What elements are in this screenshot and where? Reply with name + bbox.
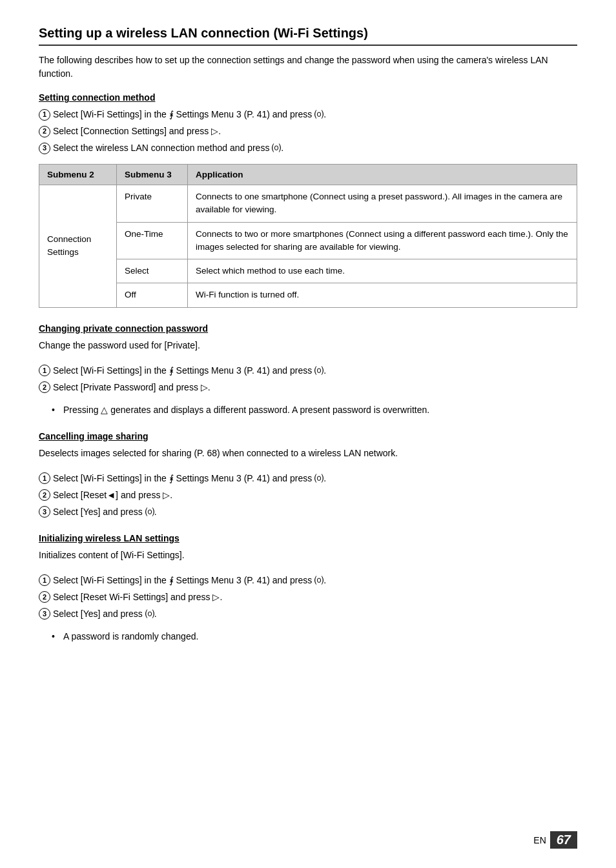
password-bullet: • Pressing △ generates and displays a di…	[52, 403, 577, 417]
cell-sub3-off: Off	[117, 283, 188, 307]
th-submenu2: Submenu 2	[39, 165, 117, 185]
password-intro: Change the password used for [Private].	[39, 339, 577, 352]
steps-sharing: 1 Select [Wi-Fi Settings] in the ⨘ Setti…	[39, 472, 577, 519]
th-application: Application	[188, 165, 577, 185]
step-sh-2: 2 Select [Reset◄] and press ▷.	[39, 489, 577, 502]
section-setting-connection: Setting connection method 1 Select [Wi-F…	[39, 92, 577, 308]
step-sh-1: 1 Select [Wi-Fi Settings] in the ⨘ Setti…	[39, 472, 577, 485]
step-num-in-2: 2	[39, 590, 53, 603]
step-text-in-2: Select [Reset Wi-Fi Settings] and press …	[53, 590, 577, 604]
step-in-3: 3 Select [Yes] and press ⒪.	[39, 607, 577, 621]
steps-password: 1 Select [Wi-Fi Settings] in the ⨘ Setti…	[39, 364, 577, 394]
step-text-1: Select [Wi-Fi Settings] in the ⨘ Setting…	[53, 108, 577, 121]
cell-sub3-private: Private	[117, 185, 188, 223]
page-title: Setting up a wireless LAN connection (Wi…	[39, 26, 577, 46]
steps-initializing: 1 Select [Wi-Fi Settings] in the ⨘ Setti…	[39, 574, 577, 621]
cell-sub3-select: Select	[117, 259, 188, 283]
step-text-in-3: Select [Yes] and press ⒪.	[53, 607, 577, 621]
footer-lang: EN	[533, 835, 546, 845]
sharing-intro: Deselects images selected for sharing (P…	[39, 447, 577, 460]
step-in-1: 1 Select [Wi-Fi Settings] in the ⨘ Setti…	[39, 574, 577, 587]
cell-app-onetime: Connects to two or more smartphones (Con…	[188, 222, 577, 259]
step-text-sh-3: Select [Yes] and press ⒪.	[53, 505, 577, 519]
step-text-3: Select the wireless LAN connection metho…	[53, 141, 577, 155]
step-pw-1: 1 Select [Wi-Fi Settings] in the ⨘ Setti…	[39, 364, 577, 378]
cell-sub2-connection: Connection Settings	[39, 185, 117, 308]
table-row-off: Off Wi-Fi function is turned off.	[39, 283, 577, 307]
step-sh-3: 3 Select [Yes] and press ⒪.	[39, 505, 577, 519]
bullet-text-pw: Pressing △ generates and displays a diff…	[63, 403, 429, 417]
cell-app-select: Select which method to use each time.	[188, 259, 577, 283]
section-heading-initializing: Initializing wireless LAN settings	[39, 533, 577, 543]
steps-connection: 1 Select [Wi-Fi Settings] in the ⨘ Setti…	[39, 108, 577, 155]
step-text-pw-2: Select [Private Password] and press ▷.	[53, 381, 577, 394]
step-in-2: 2 Select [Reset Wi-Fi Settings] and pres…	[39, 590, 577, 604]
connection-table: Submenu 2 Submenu 3 Application Connecti…	[39, 164, 577, 308]
bullet-dot-pw: •	[52, 403, 63, 417]
page-footer: EN 67	[533, 831, 577, 849]
section-initializing: Initializing wireless LAN settings Initi…	[39, 533, 577, 643]
step-num-pw-2: 2	[39, 381, 53, 394]
step-num-1: 1	[39, 108, 53, 121]
step-num-in-3: 3	[39, 607, 53, 620]
bullet-text-in: A password is randomly changed.	[63, 630, 198, 643]
cell-app-private: Connects to one smartphone (Connect usin…	[188, 185, 577, 223]
bullet-dot-in: •	[52, 630, 63, 643]
step-3: 3 Select the wireless LAN connection met…	[39, 141, 577, 155]
intro-text: The following describes how to set up th…	[39, 54, 577, 81]
step-num-pw-1: 1	[39, 364, 53, 377]
initializing-bullet: • A password is randomly changed.	[52, 630, 577, 643]
initializing-intro: Initializes content of [Wi-Fi Settings].	[39, 549, 577, 562]
step-num-2: 2	[39, 125, 53, 137]
step-text-2: Select [Connection Settings] and press ▷…	[53, 125, 577, 138]
cell-app-off: Wi-Fi function is turned off.	[188, 283, 577, 307]
table-row-select: Select Select which method to use each t…	[39, 259, 577, 283]
section-heading-sharing: Cancelling image sharing	[39, 431, 577, 441]
th-submenu3: Submenu 3	[117, 165, 188, 185]
section-changing-password: Changing private connection password Cha…	[39, 323, 577, 417]
step-pw-2: 2 Select [Private Password] and press ▷.	[39, 381, 577, 394]
table-row-private: Connection Settings Private Connects to …	[39, 185, 577, 223]
step-text-sh-2: Select [Reset◄] and press ▷.	[53, 489, 577, 502]
step-2: 2 Select [Connection Settings] and press…	[39, 125, 577, 138]
step-num-sh-1: 1	[39, 472, 53, 485]
step-num-in-1: 1	[39, 574, 53, 587]
step-1: 1 Select [Wi-Fi Settings] in the ⨘ Setti…	[39, 108, 577, 121]
table-row-onetime: One-Time Connects to two or more smartph…	[39, 222, 577, 259]
step-text-pw-1: Select [Wi-Fi Settings] in the ⨘ Setting…	[53, 364, 577, 378]
section-heading-connection: Setting connection method	[39, 92, 577, 103]
step-num-sh-2: 2	[39, 489, 53, 501]
step-text-in-1: Select [Wi-Fi Settings] in the ⨘ Setting…	[53, 574, 577, 587]
footer-page-number: 67	[550, 831, 577, 849]
step-num-3: 3	[39, 141, 53, 154]
cell-sub3-onetime: One-Time	[117, 222, 188, 259]
step-text-sh-1: Select [Wi-Fi Settings] in the ⨘ Setting…	[53, 472, 577, 485]
section-heading-password: Changing private connection password	[39, 323, 577, 334]
step-num-sh-3: 3	[39, 505, 53, 518]
section-cancelling-sharing: Cancelling image sharing Deselects image…	[39, 431, 577, 519]
